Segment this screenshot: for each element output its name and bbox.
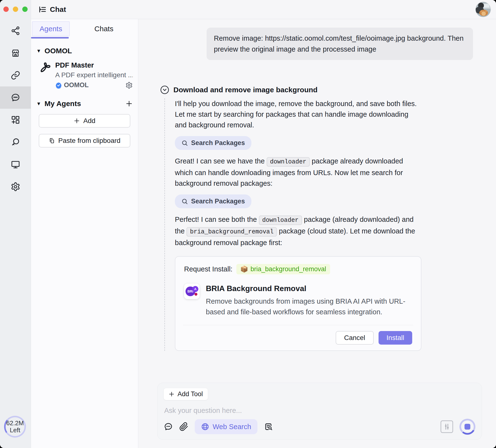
plus-icon	[169, 391, 175, 397]
traffic-lights	[3, 7, 28, 12]
copy-icon	[49, 138, 55, 144]
bria-logo-dot	[194, 293, 197, 296]
store-icon	[11, 48, 20, 58]
rail-item-blocks[interactable]	[0, 109, 31, 131]
add-button-label: Add	[83, 117, 95, 125]
grid-plus-icon	[11, 115, 20, 125]
plus-icon	[125, 100, 133, 107]
search-icon	[11, 137, 20, 147]
assistant-paragraph: Great! I can see we have the downloader …	[175, 156, 422, 189]
link-icon	[11, 70, 20, 80]
globe-icon	[201, 423, 209, 431]
paste-from-clipboard-button[interactable]: Paste from clipboard	[39, 134, 130, 147]
quota-value: 62.2M	[6, 420, 24, 427]
icon-rail: 62.2M Left	[0, 0, 31, 448]
chat-bubble-icon	[11, 93, 20, 102]
web-search-label: Web Search	[213, 423, 251, 431]
sliders-icon	[443, 423, 451, 431]
pdf-master-icon	[39, 61, 51, 73]
assistant-paragraph: I'll help you download the image, remove…	[175, 98, 422, 130]
add-tool-button[interactable]: Add Tool	[164, 388, 208, 400]
package-description: Remove backgrounds from images using BRI…	[206, 296, 409, 317]
token-quota-badge[interactable]: 62.2M Left	[4, 416, 26, 438]
message-input[interactable]	[164, 406, 475, 415]
agent-row-pdf-master[interactable]: PDF Master A PDF expert intelligent ... …	[31, 55, 138, 89]
install-request-card: Request Install: 📦 bria_background_remov…	[175, 256, 421, 351]
search-icon	[181, 140, 188, 146]
page-title: Chat	[50, 5, 66, 14]
code-chip: bria_background_removal	[186, 227, 277, 237]
agent-org-label: OOMOL	[64, 81, 89, 89]
package-title: BRIA Background Removal	[206, 284, 409, 293]
collapse-step-button[interactable]	[160, 85, 169, 94]
add-button[interactable]: Add	[39, 114, 130, 128]
search-packages-chip[interactable]: Search Packages	[175, 194, 251, 208]
chat-bubble-dots-icon	[164, 422, 173, 431]
step-timeline: I'll help you download the image, remove…	[164, 98, 422, 351]
section-my-agents[interactable]: ▼ My Agents	[31, 100, 138, 108]
tab-chats[interactable]: Chats	[70, 25, 138, 33]
chat-area: Remove image: https://static.oomol.com/t…	[139, 19, 496, 448]
agent-description: A PDF expert intelligent ...	[55, 71, 133, 79]
install-button[interactable]: Install	[379, 331, 412, 345]
agents-panel: Agents Chats ▼ OOMOL PDF Master A PDF ex…	[31, 19, 138, 448]
zoom-window-button[interactable]	[22, 7, 28, 12]
rail-item-desktop[interactable]	[0, 153, 31, 176]
chevron-down-icon: ▼	[36, 101, 41, 107]
request-install-label: Request Install:	[184, 265, 232, 273]
message-list: Remove image: https://static.oomol.com/t…	[139, 19, 496, 383]
search-packages-label: Search Packages	[191, 139, 245, 147]
section-my-agents-label: My Agents	[45, 100, 81, 108]
user-avatar[interactable]	[476, 2, 491, 17]
tab-agents[interactable]: Agents	[32, 21, 70, 36]
cancel-button[interactable]: Cancel	[336, 331, 374, 345]
user-message: Remove image: https://static.oomol.com/t…	[207, 28, 473, 60]
add-agent-plus-button[interactable]	[125, 100, 133, 107]
chevron-down-icon: ▼	[36, 48, 41, 54]
package-icon: 📦	[240, 265, 248, 273]
stop-generation-button[interactable]	[459, 419, 475, 435]
rail-item-workflow[interactable]	[0, 20, 31, 42]
prompt-library-button[interactable]	[264, 422, 273, 431]
minimize-window-button[interactable]	[13, 7, 18, 12]
document-search-icon	[264, 422, 273, 431]
paperclip-icon	[179, 422, 188, 431]
agent-settings-button[interactable]	[125, 82, 133, 89]
chat-panel-icon	[38, 5, 46, 14]
rail-item-chat[interactable]	[0, 86, 31, 109]
search-packages-chip[interactable]: Search Packages	[175, 136, 251, 150]
verified-badge-icon	[55, 82, 62, 89]
web-search-toggle[interactable]: Web Search	[195, 419, 257, 434]
model-settings-button[interactable]	[441, 420, 453, 433]
add-tool-label: Add Tool	[178, 390, 203, 398]
package-name: bria_background_removal	[250, 265, 326, 273]
stop-icon	[465, 424, 470, 430]
section-oomol[interactable]: ▼ OOMOL	[31, 47, 138, 55]
assistant-step: Download and remove image background I'l…	[160, 85, 473, 351]
rail-item-link[interactable]	[0, 64, 31, 86]
text-segment: Perfect! I can see both the	[175, 216, 259, 223]
package-chip[interactable]: 📦 bria_background_removal	[236, 264, 330, 274]
rail-item-search[interactable]	[0, 131, 31, 153]
step-title: Download and remove image background	[173, 86, 318, 94]
search-icon	[181, 198, 188, 205]
rail-item-settings[interactable]	[0, 176, 31, 198]
conversation-mode-button[interactable]	[164, 422, 173, 431]
code-chip: downloader	[267, 157, 310, 167]
card-divider	[183, 325, 413, 325]
app-window: 62.2M Left Chat	[0, 0, 496, 448]
rail-item-store[interactable]	[0, 42, 31, 64]
plus-icon	[74, 118, 80, 124]
gear-icon	[11, 182, 20, 192]
paste-button-label: Paste from clipboard	[58, 137, 121, 145]
attach-file-button[interactable]	[179, 422, 188, 431]
code-chip: downloader	[259, 216, 302, 225]
section-oomol-label: OOMOL	[45, 47, 72, 55]
text-segment: Great! I can see we have the	[175, 157, 267, 165]
search-packages-label: Search Packages	[191, 198, 245, 205]
close-window-button[interactable]	[3, 7, 9, 12]
tab-chats-label: Chats	[94, 25, 113, 33]
titlebar: Chat	[31, 0, 496, 19]
quota-label: Left	[10, 427, 20, 434]
bria-logo-a: A	[192, 286, 198, 292]
